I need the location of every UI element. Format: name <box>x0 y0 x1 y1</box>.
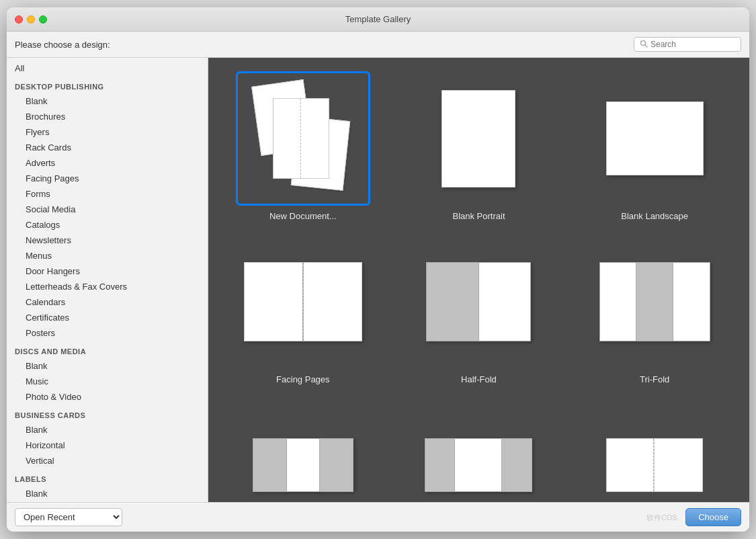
sidebar-item-blank-bc[interactable]: Blank <box>9 422 205 438</box>
tri-panel-1 <box>599 262 636 341</box>
portrait-shape <box>442 90 515 188</box>
template-tri-fold[interactable]: Tri-Fold <box>573 235 736 384</box>
close-button[interactable] <box>15 15 23 24</box>
template-other[interactable] <box>573 398 736 502</box>
search-input[interactable] <box>650 40 731 49</box>
sidebar-item-adverts[interactable]: Adverts <box>9 155 205 171</box>
sidebar-item-catalogs[interactable]: Catalogs <box>9 217 205 233</box>
sidebar-item-posters[interactable]: Posters <box>9 325 205 341</box>
template-preview-tri-fold <box>587 235 722 369</box>
template-label-blank-landscape: Blank Landscape <box>621 211 688 221</box>
template-preview-other <box>587 398 722 502</box>
template-blank-portrait[interactable]: Blank Portrait <box>398 71 560 221</box>
search-box <box>634 37 741 52</box>
watermark-text: 软件COS <box>646 513 677 522</box>
sidebar-item-menus[interactable]: Menus <box>9 248 205 263</box>
fold-line2 <box>273 98 274 179</box>
template-preview-blank-landscape <box>587 71 722 206</box>
template-half-fold[interactable]: Half-Fold <box>398 235 560 384</box>
titlebar: Template Gallery <box>7 7 749 32</box>
z-panel-3 <box>320 438 353 492</box>
template-label-new-document: New Document... <box>269 211 337 221</box>
half-fold-right <box>478 262 531 341</box>
sidebar: All DESKTOP PUBLISHING Blank Brochures F… <box>7 58 208 502</box>
template-new-document[interactable]: New Document... <box>222 71 384 221</box>
tri-panel-3 <box>673 262 710 341</box>
gate-panel-2 <box>455 438 502 492</box>
svg-point-0 <box>641 41 646 46</box>
sidebar-item-social-media[interactable]: Social Media <box>9 202 205 217</box>
window-title: Template Gallery <box>345 14 411 24</box>
main-window: Template Gallery Please choose a design:… <box>7 7 749 532</box>
sidebar-item-vertical[interactable]: Vertical <box>9 453 205 468</box>
template-facing-pages[interactable]: Facing Pages <box>222 235 384 384</box>
sidebar-item-photo-video[interactable]: Photo & Video <box>9 389 205 405</box>
half-fold-left <box>426 262 478 341</box>
fold-right <box>301 98 329 179</box>
maximize-button[interactable] <box>39 15 47 24</box>
sidebar-item-flyers[interactable]: Flyers <box>9 124 205 140</box>
open-recent-select[interactable]: Open Recent <box>15 508 122 526</box>
fold-line <box>300 99 301 178</box>
sidebar-item-letterheads[interactable]: Letterheads & Fax Covers <box>9 279 205 294</box>
template-preview-new-document <box>236 71 370 206</box>
sidebar-item-facing-pages[interactable]: Facing Pages <box>9 171 205 186</box>
template-gate-fold[interactable] <box>398 398 560 502</box>
sidebar-item-brochures[interactable]: Brochures <box>9 109 205 124</box>
center-fold <box>273 98 333 179</box>
landscape-shape <box>606 101 704 175</box>
sidebar-item-rack-cards[interactable]: Rack Cards <box>9 140 205 155</box>
sidebar-item-blank-dm[interactable]: Blank <box>9 358 205 374</box>
sidebar-item-all[interactable]: All <box>7 58 208 76</box>
template-label-half-fold: Half-Fold <box>461 374 497 384</box>
gate-panel-3 <box>502 438 532 492</box>
half-fold-shape <box>426 262 531 341</box>
template-label-blank-portrait: Blank Portrait <box>452 211 505 221</box>
facing-left <box>244 262 303 341</box>
sidebar-section-discs: DISCS AND MEDIA <box>7 341 208 358</box>
svg-line-1 <box>645 45 647 47</box>
minimize-button[interactable] <box>27 15 35 24</box>
open-recent-container: Open Recent <box>15 508 122 526</box>
subtitle-bar: Please choose a design: <box>7 32 749 58</box>
gate-fold-shape <box>425 438 532 492</box>
template-preview-gate-fold <box>411 398 546 502</box>
subtitle-text: Please choose a design: <box>15 40 110 50</box>
sidebar-item-blank-dp[interactable]: Blank <box>9 93 205 109</box>
gate-panel-1 <box>425 438 455 492</box>
template-preview-blank-portrait <box>411 71 546 206</box>
other-right <box>655 438 703 492</box>
bottom-right-actions: 软件COS Choose <box>646 508 741 526</box>
main-area: All DESKTOP PUBLISHING Blank Brochures F… <box>7 58 749 502</box>
traffic-lights <box>15 15 47 24</box>
sidebar-item-door-hangers[interactable]: Door Hangers <box>9 263 205 279</box>
sidebar-item-calendars[interactable]: Calendars <box>9 294 205 310</box>
tri-panel-2 <box>636 262 673 341</box>
sidebar-item-music[interactable]: Music <box>9 374 205 389</box>
template-label-facing-pages: Facing Pages <box>276 374 330 384</box>
sidebar-item-blank-lb[interactable]: Blank <box>9 486 205 501</box>
sidebar-section-business-cards: BUSINESS CARDS <box>7 405 208 422</box>
fold-left <box>273 98 301 179</box>
template-preview-half-fold <box>411 235 546 369</box>
z-panel-1 <box>253 438 286 492</box>
sidebar-item-certificates[interactable]: Certificates <box>9 310 205 325</box>
bottom-bar: Open Recent 软件COS Choose <box>7 502 749 532</box>
sidebar-section-desktop-publishing: DESKTOP PUBLISHING <box>7 76 208 93</box>
facing-right <box>303 262 362 341</box>
other-shape <box>606 438 703 492</box>
sidebar-item-horizontal[interactable]: Horizontal <box>9 438 205 453</box>
new-doc-preview <box>253 81 353 196</box>
template-blank-landscape[interactable]: Blank Landscape <box>573 71 736 221</box>
z-panel-2 <box>286 438 320 492</box>
other-left <box>606 438 655 492</box>
facing-dashed-right <box>303 263 304 341</box>
content-area: New Document... Blank Portrait Blank Lan… <box>208 58 749 502</box>
template-z-fold[interactable] <box>222 398 384 502</box>
sidebar-section-labels: LABELS <box>7 468 208 486</box>
tri-fold-shape <box>599 262 710 341</box>
sidebar-item-forms[interactable]: Forms <box>9 186 205 202</box>
choose-button[interactable]: Choose <box>685 508 741 526</box>
sidebar-item-newsletters[interactable]: Newsletters <box>9 233 205 248</box>
template-preview-z-fold <box>236 398 370 502</box>
